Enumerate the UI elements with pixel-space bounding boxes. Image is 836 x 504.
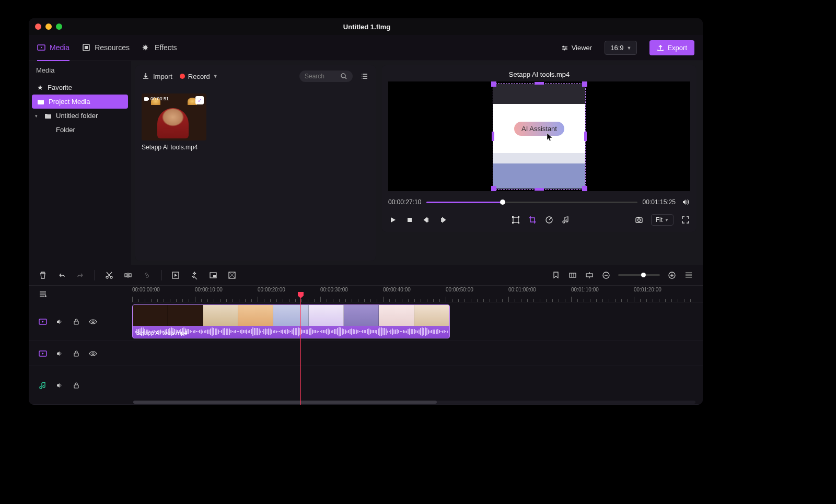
scrub-handle[interactable] <box>500 200 505 205</box>
speed-button[interactable] <box>544 215 554 225</box>
split-button[interactable] <box>123 271 133 280</box>
tab-resources[interactable]: Resources <box>82 35 130 61</box>
video-track-icon <box>38 349 48 358</box>
scrub-bar[interactable] <box>426 202 637 203</box>
lock-track-button[interactable] <box>72 381 81 390</box>
zoom-out-button[interactable] <box>601 271 611 280</box>
ripple-button[interactable] <box>568 271 577 280</box>
resize-handle-l[interactable] <box>492 132 494 141</box>
search-input[interactable] <box>305 73 336 80</box>
export-button[interactable]: Export <box>649 40 694 55</box>
tab-effects[interactable]: Effects <box>142 35 177 61</box>
play-button[interactable] <box>388 215 398 225</box>
frame-back-button[interactable] <box>422 215 431 225</box>
clip-label: Setapp AI tools.mp4 <box>136 330 187 336</box>
mask-button[interactable] <box>227 271 237 280</box>
snap-button[interactable] <box>585 271 594 280</box>
playhead[interactable] <box>300 293 301 405</box>
import-button[interactable]: Import <box>142 72 172 80</box>
cut-button[interactable] <box>104 271 114 280</box>
resize-handle-b[interactable] <box>535 188 544 191</box>
pip-button[interactable] <box>208 271 218 280</box>
clip-thumbnail: 00:00:51 ✓ <box>142 93 206 140</box>
svg-rect-36 <box>74 385 78 388</box>
sidebar-item-folder[interactable]: Folder <box>32 123 128 137</box>
track-lane-2[interactable] <box>131 341 703 366</box>
freeze-frame-button[interactable] <box>171 271 180 280</box>
track-controls <box>29 286 131 405</box>
svg-rect-20 <box>125 274 127 277</box>
zoom-slider-handle[interactable] <box>641 273 646 277</box>
resize-handle-br[interactable] <box>582 186 587 191</box>
hide-track-button[interactable] <box>88 317 98 326</box>
tab-media[interactable]: Media <box>37 35 69 61</box>
timeline-clip[interactable]: Setapp AI tools.mp4 <box>132 304 450 338</box>
frame-forward-button[interactable] <box>438 215 448 225</box>
snapshot-button[interactable] <box>634 215 644 225</box>
magic-button[interactable] <box>190 271 199 280</box>
aspect-ratio-select[interactable]: 16:9 ▼ <box>605 41 637 55</box>
stop-button[interactable] <box>405 215 414 225</box>
svg-rect-13 <box>518 222 519 224</box>
zoom-slider[interactable] <box>618 274 660 276</box>
svg-rect-27 <box>586 274 593 277</box>
add-track-button[interactable] <box>38 289 48 299</box>
search-box[interactable] <box>299 71 353 82</box>
delete-button[interactable] <box>38 271 48 280</box>
resize-handle-r[interactable] <box>584 132 587 141</box>
media-sidebar: Media ★ Favorite Project Media ▾ Untitle… <box>29 61 131 265</box>
selection-box[interactable] <box>493 83 586 190</box>
svg-point-6 <box>341 74 345 78</box>
redo-button[interactable] <box>76 271 85 280</box>
fullscreen-button[interactable] <box>681 215 690 225</box>
timeline-scrollbar-thumb[interactable] <box>133 401 437 404</box>
resize-handle-t[interactable] <box>535 82 544 85</box>
zoom-window-button[interactable] <box>56 24 62 30</box>
mute-track-button[interactable] <box>55 349 64 358</box>
resize-handle-tl[interactable] <box>491 81 496 87</box>
track-lane-1[interactable]: Setapp AI tools.mp4 <box>131 302 703 341</box>
track-1-controls <box>29 302 131 341</box>
svg-rect-34 <box>74 353 78 356</box>
ruler-label: 00:00:30:00 <box>320 287 348 292</box>
record-button[interactable]: Record ▼ <box>180 73 218 80</box>
fit-select[interactable]: Fit ▼ <box>651 214 674 226</box>
resize-handle-tr[interactable] <box>582 81 587 87</box>
svg-rect-8 <box>408 218 412 222</box>
viewer-button[interactable]: Viewer <box>561 44 593 52</box>
track-lane-3[interactable] <box>131 366 703 405</box>
title-bar: Untitled 1.flmg <box>29 18 703 35</box>
mute-track-button[interactable] <box>55 317 64 326</box>
media-clip-item[interactable]: 00:00:51 ✓ Setapp AI tools.mp4 <box>142 93 206 151</box>
resize-handle-bl[interactable] <box>491 186 496 191</box>
zoom-in-button[interactable] <box>667 271 677 280</box>
timeline-scrollbar[interactable] <box>133 401 695 404</box>
audio-button[interactable] <box>561 215 571 225</box>
close-window-button[interactable] <box>35 24 41 30</box>
sidebar-item-project-media[interactable]: Project Media <box>32 95 128 109</box>
track-height-button[interactable] <box>684 271 693 280</box>
lock-track-button[interactable] <box>72 317 81 326</box>
ruler-label: 00:00:40:00 <box>383 287 411 292</box>
minimize-window-button[interactable] <box>45 24 52 30</box>
svg-rect-31 <box>74 321 78 324</box>
crop-button[interactable] <box>528 215 537 225</box>
transform-button[interactable] <box>511 215 520 225</box>
sidebar-item-favorite[interactable]: ★ Favorite <box>32 80 128 95</box>
view-list-button[interactable] <box>360 72 369 81</box>
media-tree: ★ Favorite Project Media ▾ Untitled fold… <box>29 79 131 137</box>
video-canvas[interactable]: AI Assistant <box>388 81 690 191</box>
tracks-area[interactable]: 00:00:00:0000:00:10:0000:00:20:0000:00:3… <box>131 286 703 405</box>
volume-button[interactable] <box>681 197 690 207</box>
lock-track-button[interactable] <box>72 349 81 358</box>
hide-track-button[interactable] <box>88 349 98 358</box>
undo-button[interactable] <box>57 271 66 280</box>
total-time: 00:01:15:25 <box>643 198 676 206</box>
time-ruler[interactable]: 00:00:00:0000:00:10:0000:00:20:0000:00:3… <box>131 286 703 302</box>
timeline-body: 00:00:00:0000:00:10:0000:00:20:0000:00:3… <box>29 286 703 405</box>
marker-button[interactable] <box>551 271 561 280</box>
link-button[interactable] <box>142 271 152 280</box>
sidebar-item-untitled-folder[interactable]: ▾ Untitled folder <box>32 109 128 123</box>
mute-track-button[interactable] <box>55 381 64 390</box>
sidebar-heading: Media <box>29 61 131 79</box>
